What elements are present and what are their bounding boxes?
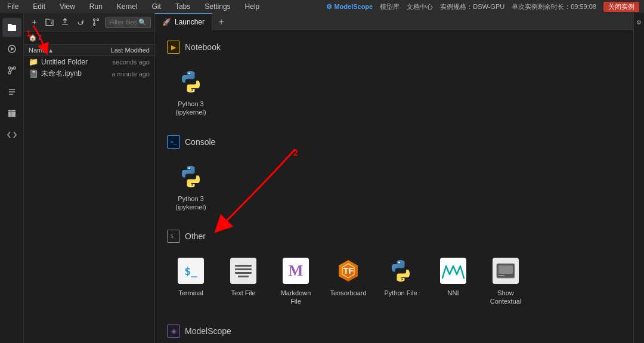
refresh-button[interactable] — [74, 16, 87, 29]
tensorboard-launcher-icon: TF — [334, 257, 363, 285]
svg-point-14 — [94, 24, 95, 26]
svg-point-13 — [97, 19, 99, 21]
terminal-launcher-icon: $_ — [177, 257, 205, 285]
text-line-4 — [238, 276, 249, 277]
svg-point-2 — [8, 67, 11, 69]
breadcrumb[interactable]: 🏠 / — [24, 32, 154, 45]
launcher-text-file[interactable]: Text File — [219, 250, 267, 313]
launcher-panel: ▶ Notebook — [155, 31, 633, 343]
svg-text:TF: TF — [343, 266, 354, 276]
menu-kernel[interactable]: Kernel — [114, 1, 140, 12]
sidebar-extensions-icon[interactable] — [2, 104, 21, 123]
markdown-launcher-icon: M — [281, 257, 310, 285]
file-name-notebook: 未命名.ipynb — [41, 69, 96, 79]
terminal-label: Terminal — [178, 289, 203, 297]
modelscope-section-icon: ◈ — [167, 325, 180, 338]
python3-notebook-icon — [177, 67, 205, 96]
text-file-launcher-icon — [229, 257, 258, 285]
markdown-m-icon: M — [289, 262, 304, 280]
launcher-contextual[interactable]: ShowContextual — [482, 250, 530, 313]
svg-point-4 — [8, 72, 11, 74]
console-section-icon: >_ — [167, 135, 180, 149]
menu-help[interactable]: Help — [243, 1, 262, 12]
svg-point-12 — [94, 19, 95, 21]
launcher-python3-notebook[interactable]: Python 3(ipykernel) — [167, 61, 215, 123]
col-name-header[interactable]: Name ▲ — [29, 47, 96, 54]
svg-marker-1 — [11, 47, 14, 51]
close-instance-button[interactable]: 关闭实例 — [603, 2, 639, 12]
col-modified-header[interactable]: Last Modified — [96, 47, 150, 54]
nni-launcher-icon — [439, 257, 467, 285]
sidebar-git-icon[interactable] — [2, 61, 21, 80]
menu-run[interactable]: Run — [87, 1, 105, 12]
upload-button[interactable] — [58, 16, 72, 29]
tensorboard-label: Tensorboard — [330, 289, 366, 297]
text-line-1 — [235, 265, 252, 267]
section-header-modelscope: ◈ ModelScope — [167, 325, 621, 338]
svg-point-19 — [191, 184, 193, 186]
left-icon-sidebar — [0, 13, 24, 343]
python3-console-icon — [177, 162, 205, 191]
file-toolbar: ＋ + 🔍 — [24, 13, 154, 32]
file-panel: ＋ + 🔍 🏠 / — [24, 13, 155, 343]
launcher-python-file[interactable]: Python File — [377, 250, 425, 313]
file-item-notebook[interactable]: 📓 未命名.ipynb a minute ago — [24, 67, 154, 80]
svg-rect-26 — [499, 265, 513, 274]
menu-git[interactable]: Git — [150, 1, 163, 12]
menu-view[interactable]: View — [57, 1, 78, 12]
terminal-dollar-icon: $_ — [184, 265, 197, 277]
modelscope-logo: ⚙ ModelScope — [326, 3, 373, 11]
menu-edit[interactable]: Edit — [30, 1, 48, 12]
section-notebook: ▶ Notebook — [167, 41, 621, 123]
file-list: 📁 Untitled Folder seconds ago 📓 未命名.ipyn… — [24, 56, 154, 343]
launcher-terminal[interactable]: $_ Terminal — [167, 250, 215, 313]
markdown-label: Markdown File — [277, 289, 314, 306]
menu-link-models[interactable]: 模型库 — [380, 2, 400, 11]
tab-launcher[interactable]: 🚀 Launcher — [155, 13, 212, 31]
svg-point-17 — [191, 89, 193, 91]
git-button[interactable] — [89, 16, 103, 29]
menu-file[interactable]: File — [5, 1, 21, 12]
python3-notebook-label: Python 3(ipykernel) — [175, 100, 206, 117]
section-header-notebook: ▶ Notebook — [167, 41, 621, 54]
svg-text:+: + — [50, 20, 53, 26]
nni-label: NNI — [448, 289, 459, 297]
contextual-launcher-icon — [491, 257, 520, 285]
file-item-folder[interactable]: 📁 Untitled Folder seconds ago — [24, 56, 154, 67]
new-launcher-button[interactable]: ＋ — [27, 16, 41, 29]
sidebar-code-icon[interactable] — [2, 125, 21, 144]
search-box[interactable]: 🔍 — [105, 17, 151, 28]
sidebar-list-icon[interactable] — [2, 82, 21, 101]
notebook-icon: 📓 — [29, 69, 38, 78]
new-folder-button[interactable]: + — [43, 16, 56, 29]
text-line-3 — [235, 272, 252, 274]
notebook-section-icon: ▶ — [167, 41, 180, 54]
launcher-tensorboard[interactable]: TF Tensorboard — [324, 250, 372, 313]
tab-launcher-label: Launcher — [175, 18, 205, 26]
section-label-console: Console — [185, 137, 215, 147]
menu-settings[interactable]: Settings — [202, 1, 233, 12]
menu-tabs[interactable]: Tabs — [173, 1, 193, 12]
svg-point-16 — [188, 73, 190, 75]
section-label-modelscope: ModelScope — [185, 326, 231, 336]
sidebar-files-icon[interactable] — [2, 18, 21, 37]
svg-point-24 — [401, 279, 403, 280]
launcher-python3-console[interactable]: Python 3(ipykernel) — [167, 156, 215, 218]
svg-point-18 — [188, 167, 190, 169]
section-modelscope: ◈ ModelScope — [167, 325, 621, 338]
menubar: File Edit View Run Kernel Git Tabs Setti… — [0, 0, 644, 13]
tab-launcher-icon: 🚀 — [162, 18, 171, 26]
launcher-markdown[interactable]: M Markdown File — [272, 250, 320, 313]
python-file-launcher-icon — [386, 257, 415, 285]
tab-add-button[interactable]: + — [212, 13, 230, 31]
text-file-label: Text File — [231, 289, 256, 297]
sidebar-running-icon[interactable] — [2, 39, 21, 58]
python-file-label: Python File — [384, 289, 417, 297]
search-input[interactable] — [109, 18, 138, 26]
right-sidebar-btn[interactable]: ⚙ — [635, 18, 643, 26]
launcher-nni[interactable]: NNI — [429, 250, 477, 313]
python3-console-label: Python 3(ipykernel) — [175, 194, 206, 212]
notebook-items: Python 3(ipykernel) — [167, 61, 621, 123]
menu-link-docs[interactable]: 文档中心 — [407, 2, 433, 11]
contextual-label: ShowContextual — [490, 289, 522, 306]
